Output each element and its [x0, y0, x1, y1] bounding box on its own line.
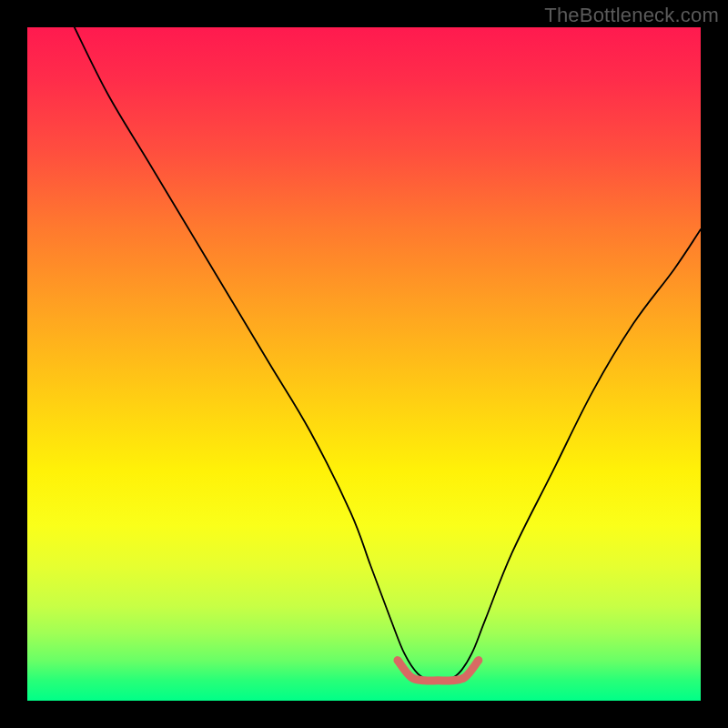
curve-layer: [27, 27, 701, 701]
plot-area: [27, 27, 701, 701]
chart-frame: TheBottleneck.com: [0, 0, 728, 728]
bottleneck-curve: [75, 27, 701, 682]
watermark-text: TheBottleneck.com: [544, 4, 719, 27]
